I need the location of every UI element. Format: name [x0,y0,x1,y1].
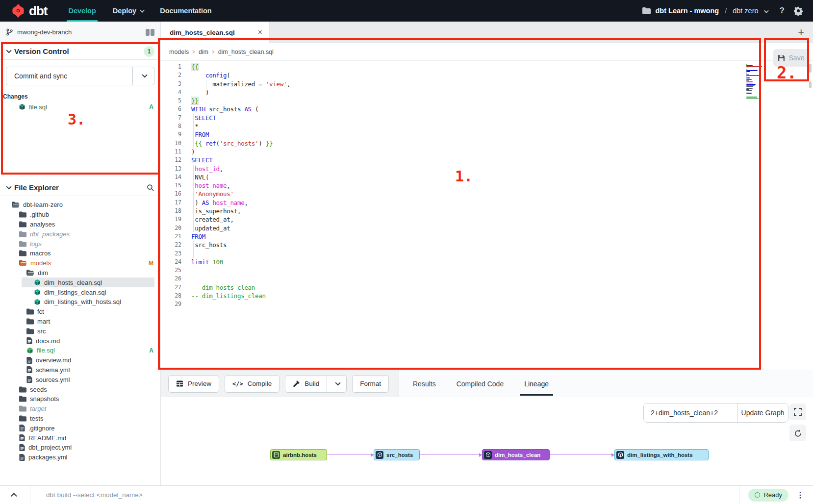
project-name[interactable]: dbt Learn - mwong [655,7,719,15]
nav-deploy[interactable]: Deploy [104,0,152,22]
kebab-menu-icon[interactable]: ⋮ [796,490,804,500]
tree-item-schema-yml[interactable]: schema.yml [0,365,160,375]
nav-documentation[interactable]: Documentation [152,0,220,22]
dbt-cloud-ide: dbt Develop Deploy Documentation dbt Lea… [0,0,813,504]
code-text: ) AS host_name, [181,199,248,207]
breadcrumb-segment[interactable]: models [169,49,189,55]
tree-item-docs-md[interactable]: docs.md [0,336,160,346]
branch-name[interactable]: mwong-dev-branch [17,28,72,36]
save-button-label: Save [789,54,805,62]
format-button[interactable]: Format [352,375,389,393]
help-icon[interactable]: ? [780,6,785,16]
file-explorer-header[interactable]: File Explorer [0,179,160,196]
changed-file-row[interactable]: file.sql A [0,102,160,112]
breadcrumb-segment[interactable]: dim [199,49,208,55]
save-button[interactable]: Save [773,49,809,67]
expand-panel-icon[interactable] [0,486,30,504]
status-text: Ready [763,491,782,499]
close-icon[interactable]: × [258,28,262,37]
tree-item-label: file.sql [37,347,55,354]
environment-selector[interactable]: dbt zero [733,7,767,15]
code-text: ) [181,148,195,156]
search-icon[interactable] [147,184,154,192]
tree-item-dbt-project-yml[interactable]: dbt_project.yml [0,443,160,453]
build-menu-toggle[interactable] [327,376,346,392]
tree-item-models[interactable]: modelsM [0,258,160,268]
editor-tab[interactable]: dim_hosts_clean.sql × [161,22,270,43]
tree-item-label: snapshots [30,395,59,403]
scrollbar-thumb[interactable] [809,81,812,88]
tree-item-snapshots[interactable]: snapshots [0,394,160,404]
tree-item-mart[interactable]: mart [0,317,160,327]
code-line: 19 created_at, [161,215,813,224]
command-input[interactable] [30,491,739,499]
code-line: 18 is_superhost, [161,207,813,215]
tree-item-sources-yml[interactable]: sources.yml [0,375,160,384]
git-status-badge: A [149,347,153,354]
breadcrumb-separator: > [192,48,195,55]
tree-item-tests[interactable]: tests [0,414,160,424]
tree-item-dbt-packages[interactable]: dbt_packages [0,229,160,239]
file-explorer-section: File Explorer dbt-learn-zero .github ana… [0,179,160,462]
reset-view-icon[interactable] [789,425,806,441]
fullscreen-icon[interactable] [789,403,806,420]
line-number: 27 [161,283,181,292]
lineage-node-src-hosts[interactable]: src_hosts [374,449,420,460]
tree-item--github[interactable]: .github [0,210,160,220]
tree-item-readme-md[interactable]: README.md [0,433,160,443]
preview-button[interactable]: Preview [168,375,219,393]
minimap[interactable] [746,64,763,101]
code-text: SELECT [181,114,216,122]
breadcrumb-segment[interactable]: dim_hosts_clean.sql [218,49,274,55]
scrollbar-thumb[interactable] [809,64,812,73]
tab-results[interactable]: Results [413,380,436,388]
tree-item-label: dbt_project.yml [28,444,72,451]
tree-item-label: docs.md [36,337,60,345]
tree-item-seeds[interactable]: seeds [0,384,160,394]
model-file-icon [34,289,41,296]
file-icon [26,357,32,364]
model-file-icon [26,347,33,354]
code-area[interactable]: 1{{2 config(3 materialized = 'view',4 )5… [161,61,813,309]
breadcrumb: models>dim>dim_hosts_clean.sql [161,43,813,61]
folder-icon [19,396,26,402]
tree-item-packages-yml[interactable]: packages.yml [0,453,160,462]
tree-item-fct[interactable]: fct [0,307,160,317]
model-file-icon [34,299,41,305]
tree-item-macros[interactable]: macros [0,249,160,258]
code-line: 14 NVL( [161,173,813,181]
update-graph-button[interactable]: Update Graph [737,403,788,422]
compile-button[interactable]: </> Compile [225,375,279,393]
lineage-node-dim-hosts-clean[interactable]: dim_hosts_clean [482,449,550,460]
line-number: 19 [161,215,181,224]
tree-item-target[interactable]: target [0,404,160,414]
commit-menu-toggle[interactable] [132,67,154,85]
lineage-node-airbnb-hosts[interactable]: airbnb.hosts [270,449,327,460]
build-button[interactable]: Build [285,376,327,392]
tab-lineage[interactable]: Lineage [524,380,549,388]
tree-item--gitignore[interactable]: .gitignore [0,423,160,433]
tree-item-dim-hosts-clean-sql[interactable]: dim_hosts_clean.sql [0,277,160,287]
split-panes-icon[interactable] [146,29,154,36]
commit-and-sync-button[interactable]: Commit and sync [6,67,154,85]
tree-item-logs[interactable]: logs [0,239,160,249]
tree-item-dim-listings-with-hosts-sql[interactable]: dim_listings_with_hosts.sql [0,297,160,307]
gear-icon[interactable] [794,6,803,16]
model-file-icon [34,279,41,286]
tree-item-dim[interactable]: dim [0,268,160,278]
tab-compiled-code[interactable]: Compiled Code [457,380,504,388]
dbt-logo[interactable]: dbt [0,3,60,19]
lineage-node-dim-listings-with-hosts[interactable]: dim_listings_with_hosts [614,449,709,460]
tree-item-analyses[interactable]: analyses [0,220,160,229]
version-control-header[interactable]: Version Control 1 [0,43,160,60]
new-tab-button[interactable]: + [789,26,813,39]
tree-item-dim-listings-clean-sql[interactable]: dim_listings_clean.sql [0,287,160,297]
tree-item-src[interactable]: src [0,326,160,336]
tree-item-file-sql[interactable]: file.sqlA [0,346,160,355]
tree-item-overview-md[interactable]: overview.md [0,355,160,365]
nav-develop[interactable]: Develop [60,0,104,22]
lineage-filter-input[interactable] [644,403,737,422]
tree-item-dbt-learn-zero[interactable]: dbt-learn-zero [0,200,160,210]
folder-icon [26,318,34,325]
tree-item-label: analyses [30,221,55,228]
